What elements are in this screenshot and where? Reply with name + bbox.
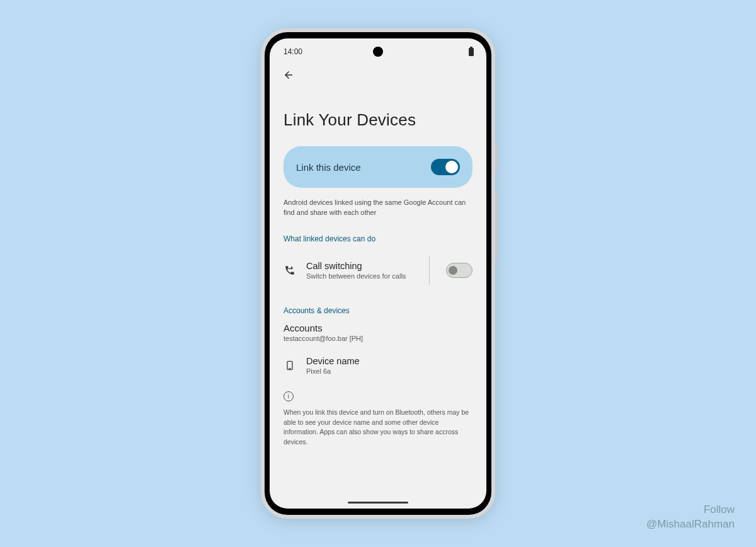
volume-rocker [495,192,498,262]
device-name-row[interactable]: Device name Pixel 6a [284,351,472,380]
link-description: Android devices linked using the same Go… [284,198,472,218]
screen: 14:00 Link Your Devices Link this device [270,38,486,509]
credit-line2: @MishaalRahman [646,517,735,532]
section-header-capabilities: What linked devices can do [284,234,472,243]
accounts-value: testaccount@foo.bar [PH] [284,335,472,342]
device-name-value: Pixel 6a [306,367,472,375]
toggle-knob [445,161,458,173]
phone-frame: 14:00 Link Your Devices Link this device [261,28,495,519]
page-title: Link Your Devices [284,110,472,130]
device-name-label: Device name [306,356,472,366]
section-header-accounts: Accounts & devices [284,306,472,315]
phone-bezel: 14:00 Link Your Devices Link this device [265,32,491,515]
link-this-device-label: Link this device [296,162,361,173]
toggle-knob [449,266,457,275]
divider-vertical [429,256,430,285]
info-text: When you link this device and turn on Bl… [284,408,472,447]
device-name-body: Device name Pixel 6a [306,356,472,375]
smartphone-icon [284,359,296,372]
back-button[interactable] [280,66,297,84]
phone-callback-icon [284,264,296,277]
call-switching-toggle[interactable] [446,263,472,278]
arrow-left-icon [283,69,294,81]
accounts-row[interactable]: Accounts testaccount@foo.bar [PH] [284,323,472,342]
accounts-label: Accounts [284,323,472,333]
call-switching-title: Call switching [306,261,416,271]
app-bar [270,59,486,84]
info-icon: i [284,391,294,401]
status-time: 14:00 [284,47,302,56]
battery-icon [469,48,474,56]
front-camera [373,47,383,57]
gesture-nav-bar[interactable] [348,502,408,504]
content: Link Your Devices Link this device Andro… [270,110,486,447]
call-switching-subtitle: Switch between devices for calls [306,272,416,280]
call-switching-body: Call switching Switch between devices fo… [306,261,416,280]
link-this-device-toggle[interactable] [431,159,460,175]
credit-line1: Follow [646,503,735,517]
link-this-device-card[interactable]: Link this device [284,146,472,188]
credit: Follow @MishaalRahman [646,503,735,532]
call-switching-row[interactable]: Call switching Switch between devices fo… [284,251,472,290]
power-button [495,142,498,171]
